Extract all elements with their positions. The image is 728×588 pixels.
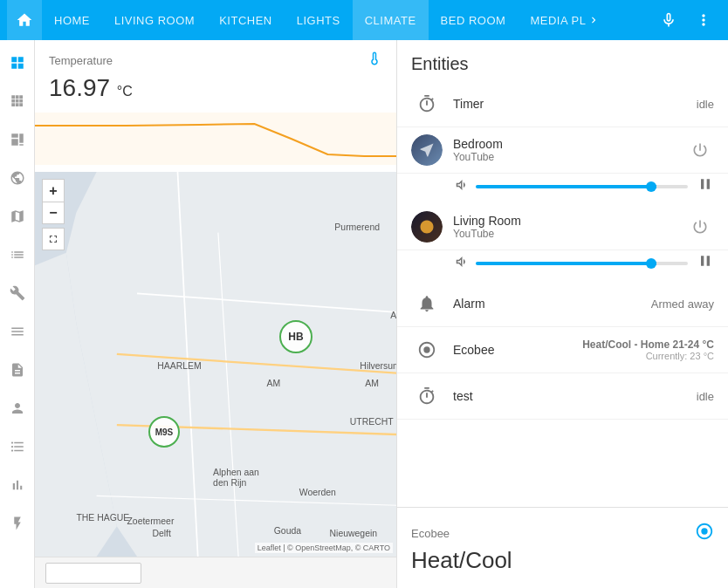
living-room-volume-slider[interactable] [476, 262, 688, 265]
entity-test-status: idle [697, 390, 714, 403]
svg-text:Nieuwegein: Nieuwegein [330, 529, 378, 538]
entity-living-room-sub: YouTube [453, 228, 683, 240]
entities-section: Entities Timer idle Bedroo [397, 40, 728, 507]
sidebar-person-icon[interactable] [2, 393, 33, 424]
nav-home[interactable]: HOME [42, 0, 102, 40]
sidebar-grid-icon[interactable] [2, 47, 33, 79]
entities-title: Entities [397, 40, 728, 81]
sidebar-file-icon[interactable] [2, 354, 33, 386]
sidebar-dashboard-icon[interactable] [2, 124, 33, 155]
temperature-value: 16.97 °C [49, 74, 382, 102]
nav-bedroom[interactable]: BED ROOM [429, 0, 519, 40]
home-button[interactable] [7, 0, 42, 40]
entity-alarm-name: Alarm [453, 297, 644, 311]
nav-kitchen[interactable]: KITCHEN [207, 0, 285, 40]
left-sidebar [0, 40, 35, 588]
sidebar-lightning-icon[interactable] [2, 508, 33, 539]
entity-bedroom-sub: YouTube [453, 151, 683, 163]
sidebar-listdots-icon[interactable] [2, 431, 33, 462]
timer-icon [411, 88, 443, 120]
svg-text:Gouda: Gouda [274, 526, 302, 536]
svg-point-26 [701, 528, 707, 534]
thermometer-icon [367, 51, 382, 71]
ecobee-card-label: Ecobee [411, 522, 714, 545]
sidebar-menu2-icon[interactable] [2, 316, 33, 347]
entity-test: test idle [397, 373, 728, 420]
bedroom-volume-row [397, 174, 728, 204]
living-room-power-button[interactable] [686, 213, 714, 241]
svg-text:AM: AM [365, 379, 379, 388]
entity-timer: Timer idle [397, 81, 728, 127]
entity-test-info: test [453, 389, 690, 403]
entity-alarm-info: Alarm [453, 297, 644, 311]
map-controls: + − [42, 179, 65, 250]
bedroom-volume-icon [453, 177, 469, 196]
ecobee-card-icon[interactable] [695, 522, 714, 545]
entity-ecobee: Ecobee Heat/Cool - Home 21-24 °C Current… [397, 327, 728, 373]
svg-text:den Rijn: den Rijn [213, 478, 246, 488]
svg-text:Woerden: Woerden [299, 488, 336, 497]
temperature-section: Temperature 16.97 °C [35, 40, 396, 109]
entity-ecobee-name: Ecobee [453, 343, 575, 357]
living-room-avatar [411, 211, 443, 243]
nav-climate[interactable]: CLIMATE [353, 0, 429, 40]
bedroom-power-button[interactable] [686, 136, 714, 164]
sidebar-tools-icon[interactable] [2, 277, 33, 309]
entity-alarm-status: Armed away [651, 297, 714, 311]
entity-living-room-info: Living Room YouTube [453, 214, 683, 240]
entity-timer-info: Timer [453, 97, 690, 111]
entity-test-name: test [453, 389, 690, 403]
test-timer-icon [411, 380, 443, 412]
marker-hb[interactable]: HB [279, 320, 312, 353]
nav-lights[interactable]: LIGHTS [285, 0, 353, 40]
ecobee-card: Ecobee Heat/Cool [397, 507, 728, 588]
map-container[interactable]: HAARLEM Purmerend THE HAGUE UTRECHT Hilv… [35, 172, 396, 557]
nav-living-room[interactable]: LIVING ROOM [102, 0, 207, 40]
living-room-volume-row [397, 250, 728, 281]
svg-rect-0 [35, 113, 396, 165]
bottom-input[interactable] [45, 563, 141, 584]
svg-text:Alphen aan: Alphen aan [213, 468, 259, 477]
marker-m9s[interactable]: M9S [148, 416, 180, 448]
entity-bedroom: Bedroom YouTube [397, 127, 728, 174]
entity-living-room-name: Living Room [453, 214, 683, 228]
ecobee-icon [411, 334, 443, 366]
entity-living-room: Living Room YouTube [397, 204, 728, 250]
svg-text:HAARLEM: HAARLEM [157, 361, 201, 371]
bedroom-avatar [411, 134, 443, 166]
bottom-bar [35, 557, 396, 588]
entity-ecobee-status: Heat/Cool - Home 21-24 °C Currently: 23 … [582, 338, 714, 361]
sidebar-grid2-icon[interactable] [2, 85, 33, 117]
svg-text:AM: AM [267, 379, 281, 388]
right-panel: Entities Timer idle Bedroo [396, 40, 728, 588]
nav-media[interactable]: MEDIA PL [518, 0, 612, 40]
sidebar-map-icon[interactable] [2, 201, 33, 232]
entity-alarm: Alarm Armed away [397, 281, 728, 327]
sidebar-globe-icon[interactable] [2, 162, 33, 194]
content-area: Temperature 16.97 °C [35, 40, 396, 588]
fullscreen-button[interactable] [42, 228, 65, 250]
svg-text:Delft: Delft [152, 529, 171, 538]
zoom-in-button[interactable]: + [42, 179, 65, 202]
svg-text:Zoetermeer: Zoetermeer [127, 516, 174, 526]
sidebar-chart-icon[interactable] [2, 469, 33, 501]
svg-point-25 [423, 346, 429, 352]
sidebar-list-icon[interactable] [2, 239, 33, 270]
temperature-label: Temperature [49, 54, 113, 67]
bedroom-volume-slider[interactable] [476, 185, 688, 188]
living-room-pause-button[interactable] [697, 252, 714, 274]
alarm-icon [411, 288, 443, 319]
svg-text:UTRECHT: UTRECHT [350, 417, 394, 427]
microphone-button[interactable] [651, 0, 686, 40]
svg-text:THE HAGUE: THE HAGUE [76, 513, 129, 523]
more-menu-button[interactable] [686, 0, 721, 40]
ecobee-card-mode: Heat/Cool [411, 547, 714, 574]
bedroom-pause-button[interactable] [697, 175, 714, 197]
entity-ecobee-info: Ecobee [453, 343, 575, 357]
entity-bedroom-info: Bedroom YouTube [453, 137, 683, 163]
living-room-volume-icon [453, 254, 469, 273]
top-nav: HOME LIVING ROOM KITCHEN LIGHTS CLIMATE … [0, 0, 728, 40]
zoom-out-button[interactable]: − [42, 202, 65, 224]
main-layout: Temperature 16.97 °C [0, 40, 728, 588]
temperature-chart [35, 113, 396, 165]
